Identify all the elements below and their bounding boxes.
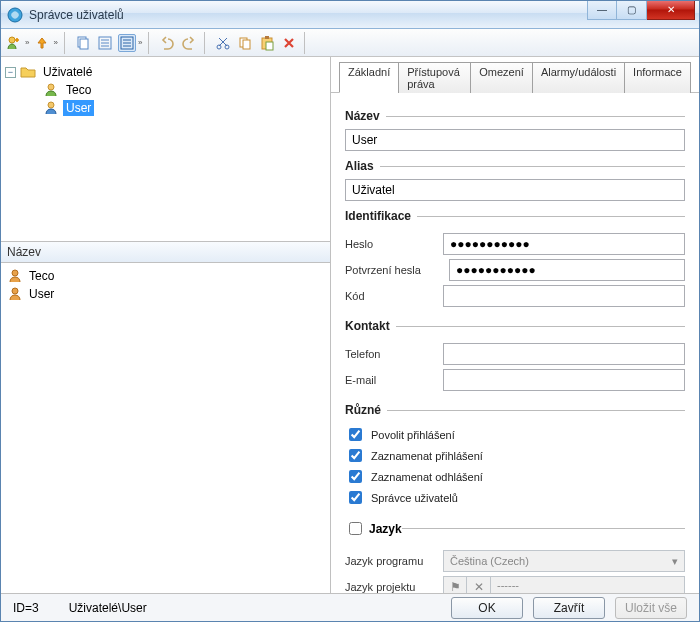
tree-item-label: User	[63, 100, 94, 116]
section-jazyk: Jazyk Jazyk programu Čeština (Czech) ▾ J…	[345, 519, 685, 593]
user-icon	[7, 286, 23, 302]
delete-icon[interactable]	[280, 34, 298, 52]
legend-alias: Alias	[345, 159, 380, 173]
dropdown-icon[interactable]: »	[25, 38, 29, 47]
svg-rect-9	[243, 40, 250, 49]
user-list[interactable]: Teco User	[1, 263, 330, 593]
legend-nazev: Název	[345, 109, 386, 123]
chevron-down-icon: ▾	[672, 555, 678, 568]
up-arrow-icon[interactable]	[33, 34, 51, 52]
legend-ruzne: Různé	[345, 403, 387, 417]
spravce-uzivatelu-checkbox[interactable]	[349, 491, 362, 504]
section-kontakt: Kontakt Telefon E-mail	[345, 319, 685, 395]
list-view-icon[interactable]	[96, 34, 114, 52]
user-tree[interactable]: − Uživatelé Teco User	[1, 57, 330, 241]
povolit-prihlaseni-checkbox[interactable]	[349, 428, 362, 441]
svg-point-15	[12, 270, 18, 276]
svg-point-13	[48, 84, 54, 90]
jazyk-projektu-label: Jazyk projektu	[345, 581, 435, 593]
tab-omezeni[interactable]: Omezení	[470, 62, 533, 93]
maximize-button[interactable]: ▢	[617, 0, 647, 20]
tab-strip: Základní Přístupová práva Omezení Alarmy…	[331, 57, 699, 93]
list-item[interactable]: Teco	[7, 267, 324, 285]
status-path: Uživatelé\User	[69, 601, 147, 615]
status-id: ID=3	[13, 601, 39, 615]
list-item-label: Teco	[29, 269, 54, 283]
user-icon	[7, 268, 23, 284]
email-input[interactable]	[443, 369, 685, 391]
heslo-input[interactable]	[443, 233, 685, 255]
svg-point-16	[12, 288, 18, 294]
dropdown-icon[interactable]: »	[53, 38, 57, 47]
copy-clipboard-icon[interactable]	[236, 34, 254, 52]
tab-alarmy-udalosti[interactable]: Alarmy/události	[532, 62, 625, 93]
zaznamenat-prihlaseni-checkbox[interactable]	[349, 449, 362, 462]
flag-icon[interactable]: ⚑	[443, 576, 467, 593]
svg-point-1	[9, 37, 15, 43]
legend-identifikace: Identifikace	[345, 209, 417, 223]
jazyk-programu-combo[interactable]: Čeština (Czech) ▾	[443, 550, 685, 572]
left-pane: − Uživatelé Teco User Název Teco	[1, 57, 331, 593]
redo-icon[interactable]	[180, 34, 198, 52]
telefon-label: Telefon	[345, 348, 435, 360]
undo-icon[interactable]	[158, 34, 176, 52]
tab-pristupova-prava[interactable]: Přístupová práva	[398, 62, 471, 93]
close-button[interactable]: ✕	[647, 0, 695, 20]
tree-root[interactable]: − Uživatelé	[5, 63, 326, 81]
nazev-input[interactable]	[345, 129, 685, 151]
jazyk-projektu-value: ------	[491, 576, 685, 593]
svg-rect-3	[80, 39, 88, 49]
user-icon	[43, 100, 59, 116]
svg-rect-12	[266, 42, 273, 50]
list-item[interactable]: User	[7, 285, 324, 303]
titlebar: Správce uživatelů — ▢ ✕	[1, 1, 699, 29]
legend-kontakt: Kontakt	[345, 319, 396, 333]
tab-zakladni[interactable]: Základní	[339, 62, 399, 93]
alias-input[interactable]	[345, 179, 685, 201]
clear-icon[interactable]: ✕	[467, 576, 491, 593]
right-pane: Základní Přístupová práva Omezení Alarmy…	[331, 57, 699, 593]
list-item-label: User	[29, 287, 54, 301]
ok-button[interactable]: OK	[451, 597, 523, 619]
collapse-icon[interactable]: −	[5, 67, 16, 78]
section-ruzne: Různé Povolit přihlášení Zaznamenat přih…	[345, 403, 685, 509]
section-nazev: Název	[345, 109, 685, 151]
svg-rect-11	[265, 36, 269, 39]
paste-icon[interactable]	[258, 34, 276, 52]
potvrzeni-hesla-label: Potvrzení hesla	[345, 264, 441, 276]
footer: ID=3 Uživatelé\User OK Zavřít Uložit vše	[1, 593, 699, 621]
potvrzeni-hesla-input[interactable]	[449, 259, 685, 281]
cut-icon[interactable]	[214, 34, 232, 52]
close-dialog-button[interactable]: Zavřít	[533, 597, 605, 619]
spravce-uzivatelu-label: Správce uživatelů	[371, 492, 458, 504]
window-title: Správce uživatelů	[29, 8, 124, 22]
toolbar: » » »	[1, 29, 699, 57]
kod-label: Kód	[345, 290, 435, 302]
zaznamenat-prihlaseni-label: Zaznamenat přihlášení	[371, 450, 483, 462]
tree-item-label: Teco	[63, 82, 94, 98]
app-icon	[7, 7, 23, 23]
user-icon	[43, 82, 59, 98]
email-label: E-mail	[345, 374, 435, 386]
save-all-button[interactable]: Uložit vše	[615, 597, 687, 619]
tree-item[interactable]: Teco	[5, 81, 326, 99]
jazyk-programu-value: Čeština (Czech)	[450, 555, 529, 567]
detail-view-icon[interactable]	[118, 34, 136, 52]
tree-item-selected[interactable]: User	[5, 99, 326, 117]
dropdown-icon[interactable]: »	[138, 38, 142, 47]
svg-point-14	[48, 102, 54, 108]
section-alias: Alias	[345, 159, 685, 201]
folder-icon	[20, 64, 36, 80]
copy-icon[interactable]	[74, 34, 92, 52]
zaznamenat-odhlaseni-label: Zaznamenat odhlášení	[371, 471, 483, 483]
minimize-button[interactable]: —	[587, 0, 617, 20]
zaznamenat-odhlaseni-checkbox[interactable]	[349, 470, 362, 483]
list-header[interactable]: Název	[1, 241, 330, 263]
tree-root-label: Uživatelé	[40, 64, 95, 80]
new-user-icon[interactable]	[5, 34, 23, 52]
tab-informace[interactable]: Informace	[624, 62, 691, 93]
kod-input[interactable]	[443, 285, 685, 307]
telefon-input[interactable]	[443, 343, 685, 365]
povolit-prihlaseni-label: Povolit přihlášení	[371, 429, 455, 441]
jazyk-enable-checkbox[interactable]	[349, 522, 362, 535]
